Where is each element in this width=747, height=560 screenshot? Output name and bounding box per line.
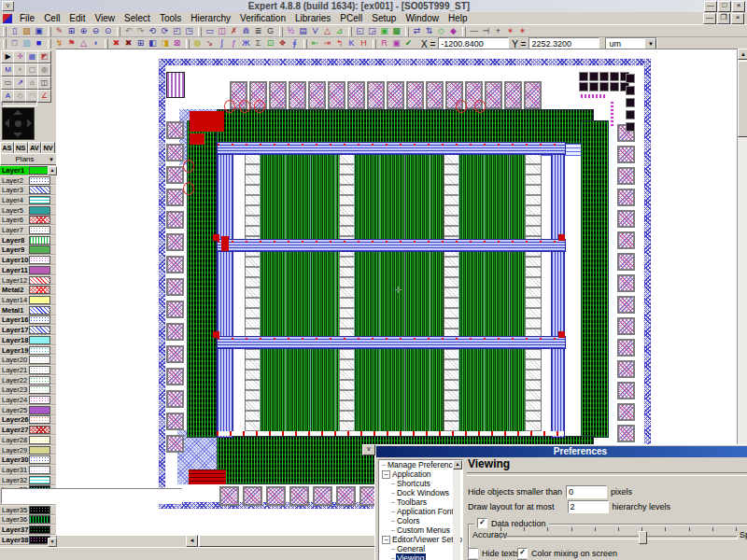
layer-row[interactable]: Layer2 [0,175,55,186]
bond-pad[interactable] [367,81,385,109]
layout-feature[interactable] [189,469,226,484]
layout-feature[interactable] [558,331,565,338]
tool-icon[interactable]: ⋒ [240,26,252,37]
tool-icon[interactable]: ✶ [516,26,529,37]
layer-swatch[interactable] [29,306,50,315]
alignment-marker[interactable] [599,72,609,81]
palette-tool[interactable]: ∠ [37,90,51,103]
layer-swatch[interactable] [29,466,50,474]
layer-swatch[interactable] [29,256,50,264]
nav-center-dot[interactable] [15,120,21,127]
layer-row[interactable]: Layer20 [0,355,55,365]
tool-icon[interactable]: ◲ [366,26,378,37]
layout-feature[interactable] [558,234,565,241]
layer-swatch[interactable] [29,286,50,294]
layer-row[interactable]: Layer6 [0,216,55,226]
menu-help[interactable]: Help [444,13,472,24]
bond-pad[interactable] [313,486,332,506]
tool-icon[interactable]: ✗ [228,26,240,37]
layer-swatch[interactable] [29,455,50,464]
tool-icon[interactable]: — [468,26,480,37]
layer-swatch[interactable] [29,266,50,274]
layer-row[interactable]: Layer16 [0,315,55,326]
layer-swatch[interactable] [29,245,50,254]
bond-pad[interactable] [617,382,635,399]
layer-row[interactable]: Layer31 [0,465,55,475]
bond-pad[interactable] [347,81,365,109]
layer-row[interactable]: Layer3 [0,185,55,195]
tool-icon[interactable]: ⊞ [65,26,78,37]
tool-icon[interactable]: ▭ [204,26,216,37]
core-block[interactable] [354,347,444,432]
tool-icon[interactable]: ◆ [447,26,459,37]
child-minimize-icon[interactable]: — [703,13,716,24]
tree-scroll-up-icon[interactable]: ▲ [453,460,462,469]
io-cell-ring[interactable] [581,120,609,438]
tool-icon[interactable]: ◫ [216,26,228,37]
layer-row[interactable]: Metal1 [0,305,55,315]
layer-swatch[interactable] [29,436,50,444]
layer-row[interactable]: Layer24 [0,395,55,405]
nav-up-icon[interactable] [13,110,22,115]
layer-row[interactable]: Layer8 [0,235,55,245]
close-icon[interactable]: × [732,1,745,12]
bond-pad[interactable] [269,81,287,109]
layer-swatch[interactable] [29,376,50,385]
core-block[interactable] [458,153,525,239]
layer-row[interactable]: Layer27 [0,425,55,435]
layer-row[interactable]: Layer4 [0,195,55,205]
tool-icon[interactable]: ≣ [252,26,264,37]
alignment-marker[interactable] [626,98,635,107]
layer-swatch[interactable] [29,236,50,245]
layer-swatch[interactable] [29,396,50,404]
nav-right-icon[interactable] [27,119,32,128]
layer-swatch[interactable] [29,476,50,484]
menu-setup[interactable]: Setup [367,13,401,24]
tool-icon[interactable]: ⊙ [102,26,114,37]
core-block[interactable] [260,250,339,336]
tool-icon[interactable]: ◇ [435,26,447,37]
bond-pad[interactable] [617,274,635,292]
alignment-marker[interactable] [626,74,635,83]
bond-pad[interactable] [336,486,356,506]
navigator-slider[interactable] [2,101,37,106]
bond-pad[interactable] [289,81,306,109]
layer-swatch[interactable] [29,186,50,194]
navigator-pad[interactable] [2,107,35,140]
bond-pad[interactable] [617,296,635,314]
bond-pad[interactable] [308,81,326,109]
tree-item-custom-menus[interactable]: –Custom Menus [379,525,462,535]
hide-objects-input[interactable] [566,485,607,498]
tool-icon[interactable]: ½ [285,26,297,37]
bond-pad[interactable] [617,189,635,206]
menu-tools[interactable]: Tools [155,13,186,24]
tool-icon[interactable]: + [492,26,504,37]
layer-row[interactable]: Layer9 [0,245,55,256]
tree-expander-icon[interactable]: – [382,536,390,544]
layer-swatch[interactable] [29,315,50,324]
tool-icon[interactable]: ◱ [354,26,366,37]
layer-swatch[interactable] [29,206,50,215]
bond-pad[interactable] [166,189,184,206]
alignment-marker[interactable] [589,72,599,81]
bond-pad[interactable] [617,167,635,185]
core-block[interactable] [354,153,444,239]
layer-scroll-down-icon[interactable]: ▼ [48,538,57,547]
bond-pad[interactable] [219,486,239,506]
layer-swatch[interactable] [29,276,50,285]
bond-pad[interactable] [617,317,635,335]
layer-row[interactable]: Layer21 [0,365,55,375]
bond-pad[interactable] [617,403,635,421]
bond-pad[interactable] [617,360,635,378]
menu-libraries[interactable]: Libraries [290,13,335,24]
message-box[interactable] [1,488,182,504]
bond-pad[interactable] [266,486,286,506]
tool-icon[interactable]: ⇅ [423,26,435,37]
bond-pad[interactable] [166,256,184,273]
bond-pad[interactable] [166,301,184,318]
layout-feature[interactable] [221,236,229,251]
alignment-marker[interactable] [626,122,635,132]
tool-icon[interactable]: ⟳ [159,26,171,37]
scroll-up-icon[interactable]: ▲ [738,49,747,60]
layer-swatch[interactable] [29,336,50,344]
